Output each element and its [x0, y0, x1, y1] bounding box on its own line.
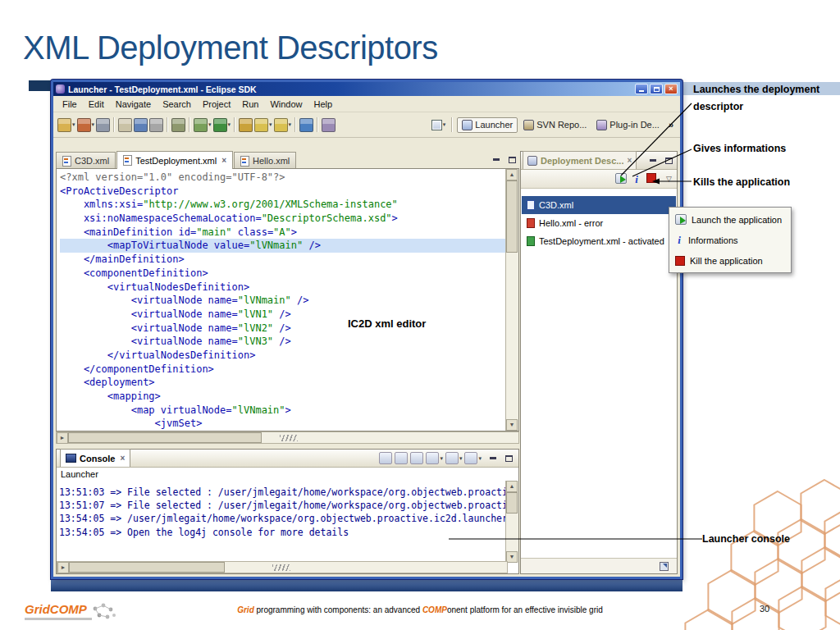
- perspective-svn-repo[interactable]: SVN Repo...: [519, 118, 591, 132]
- deployment-item-c3d-xml[interactable]: C3D.xml: [522, 196, 676, 214]
- console-line[interactable]: 13:54:05 => Open the log4j console for m…: [59, 526, 506, 539]
- tab-close-icon[interactable]: ×: [627, 156, 632, 165]
- scroll-up-icon[interactable]: ▲: [506, 481, 518, 492]
- perspective-plug-in-de[interactable]: Plug-in De...: [592, 118, 664, 132]
- view-menu-icon[interactable]: ▽: [666, 175, 672, 183]
- sash-grip[interactable]: [272, 564, 290, 571]
- minimize-view-button[interactable]: [646, 155, 659, 166]
- code-line[interactable]: <virtualNode name="lVNmain" />: [60, 294, 506, 308]
- editor-tab-c3d-xml[interactable]: C3D.xml: [56, 152, 116, 169]
- tab-deployment-descriptor[interactable]: Deployment Desc... ×: [523, 151, 637, 169]
- code-line[interactable]: <ProActiveDescriptor: [60, 185, 506, 199]
- launch-application-button[interactable]: [615, 173, 627, 185]
- window-titlebar[interactable]: Launcher - TestDeployment.xml - Eclipse …: [53, 82, 680, 96]
- maximize-button[interactable]: [650, 84, 663, 94]
- print-button[interactable]: [148, 116, 164, 134]
- scroll-down-icon[interactable]: ▼: [506, 551, 518, 563]
- pin-console-button[interactable]: [410, 452, 423, 464]
- code-line[interactable]: <virtualNode name="lVN1" />: [60, 308, 506, 322]
- context-menu-item-informations[interactable]: iInformations: [669, 230, 791, 250]
- code-line[interactable]: <mainDefinition id="main" class="A">: [60, 226, 506, 240]
- editor-horizontal-scrollbar[interactable]: ◄ ►: [56, 431, 519, 444]
- web-browser-button[interactable]: [299, 116, 314, 134]
- kill-application-button[interactable]: [646, 173, 656, 185]
- menu-navigate[interactable]: Navigate: [110, 98, 157, 111]
- run-button[interactable]: ▾: [212, 116, 232, 134]
- scroll-down-icon[interactable]: ▼: [506, 419, 518, 431]
- tab-close-icon[interactable]: ×: [120, 454, 125, 463]
- tab-console[interactable]: Console ×: [60, 449, 130, 467]
- editor-vertical-scrollbar[interactable]: ▲ ▼: [505, 169, 518, 431]
- code-line[interactable]: <deployment>: [60, 376, 506, 390]
- menu-run[interactable]: Run: [236, 98, 264, 111]
- console-output[interactable]: 13:51:03 => File selected : /user/jmlega…: [57, 481, 506, 566]
- console-horizontal-scrollbar[interactable]: ◄ ►: [57, 561, 508, 573]
- menu-window[interactable]: Window: [264, 98, 308, 111]
- open-console-button[interactable]: ▾: [445, 452, 463, 464]
- search-button[interactable]: [95, 116, 111, 134]
- back-button[interactable]: ▾: [253, 116, 273, 134]
- code-line[interactable]: <mapping>: [60, 390, 506, 404]
- code-line[interactable]: </componentDefinition>: [60, 363, 506, 377]
- menu-file[interactable]: File: [57, 98, 83, 111]
- scrollbar-thumb[interactable]: [69, 562, 225, 573]
- xml-editor[interactable]: <?xml version="1.0" encoding="UTF-8"?><P…: [56, 168, 519, 431]
- save-button[interactable]: [133, 116, 148, 134]
- build-all-button[interactable]: [171, 116, 186, 134]
- context-menu-item-kill-the-application[interactable]: Kill the application: [669, 250, 791, 271]
- open-resource-button[interactable]: [117, 116, 133, 134]
- scrollbar-thumb[interactable]: [68, 432, 262, 443]
- display-selected-console-button[interactable]: ▾: [426, 452, 443, 464]
- code-line[interactable]: <virtualNode name="lVN2" />: [60, 322, 506, 336]
- tab-close-icon[interactable]: ×: [221, 156, 226, 165]
- toolbar-overflow-chevron[interactable]: »: [665, 120, 677, 130]
- deployment-item-testdeployment-xml-activated[interactable]: TestDeployment.xml - activated: [522, 232, 676, 250]
- minimize-view-button[interactable]: [486, 453, 499, 463]
- new-console-view-button[interactable]: ▾: [464, 452, 482, 464]
- console-vertical-scrollbar[interactable]: ▲ ▼: [505, 481, 518, 563]
- scroll-lock-button[interactable]: [395, 452, 408, 464]
- run-external-tools-button[interactable]: ▾: [76, 116, 96, 134]
- editor-tab-hello-xml[interactable]: Hello.xml: [234, 152, 296, 169]
- informations-button[interactable]: i: [632, 174, 641, 185]
- scroll-up-icon[interactable]: ▲: [506, 169, 518, 180]
- code-line[interactable]: <virtualNodesDefinition>: [60, 281, 506, 294]
- code-line[interactable]: xsi:noNamespaceSchemaLocation="Descripto…: [60, 212, 506, 226]
- code-line[interactable]: <componentDefinition>: [60, 267, 506, 281]
- close-button[interactable]: ×: [664, 84, 678, 94]
- console-line[interactable]: 13:51:07 => File selected : /user/jmlega…: [59, 499, 506, 512]
- clear-console-button[interactable]: [379, 452, 392, 464]
- console-line[interactable]: 13:51:03 => File selected : /user/jmlega…: [59, 486, 506, 499]
- maximize-view-button[interactable]: [506, 154, 518, 165]
- menu-edit[interactable]: Edit: [83, 98, 110, 111]
- perspective-launcher[interactable]: Launcher: [457, 117, 518, 133]
- scroll-right-icon[interactable]: ►: [57, 562, 69, 573]
- show-view-button[interactable]: [321, 116, 336, 134]
- scrollbar-thumb[interactable]: [506, 180, 518, 253]
- minimize-view-button[interactable]: [490, 154, 502, 165]
- code-line[interactable]: xmlns:xsi="http://www.w3.org/2001/XMLSch…: [60, 198, 506, 212]
- new-wizard-button[interactable]: ▾: [57, 116, 76, 134]
- code-line[interactable]: <virtualNode name="lVN3" />: [60, 335, 506, 349]
- scrollbar-thumb[interactable]: [506, 492, 518, 514]
- fast-view-icon[interactable]: [660, 562, 669, 571]
- code-line[interactable]: </virtualNodesDefinition>: [60, 349, 506, 363]
- sash-grip[interactable]: [280, 435, 298, 441]
- menu-help[interactable]: Help: [308, 98, 339, 111]
- console-line[interactable]: 13:54:05 => /user/jmlegait/home/workspac…: [59, 512, 506, 525]
- debug-button[interactable]: ▾: [193, 116, 212, 134]
- context-menu-item-launch-the-application[interactable]: Launch the application: [669, 209, 791, 230]
- code-line[interactable]: </mainDefinition>: [60, 253, 506, 267]
- minimize-button[interactable]: [635, 84, 648, 94]
- code-line[interactable]: <mapToVirtualNode value="lVNmain" />: [60, 239, 506, 253]
- forward-button[interactable]: ▾: [273, 116, 293, 134]
- previous-edit-button[interactable]: [238, 116, 253, 134]
- menu-project[interactable]: Project: [197, 98, 236, 111]
- editor-tab-testdeployment-xml[interactable]: TestDeployment.xml×: [116, 151, 233, 169]
- maximize-view-button[interactable]: [503, 453, 515, 463]
- code-line[interactable]: <map virtualNode="lVNmain">: [60, 404, 506, 418]
- open-perspective-button[interactable]: ▾: [430, 118, 448, 132]
- deployment-item-hello-xml-error[interactable]: Hello.xml - error: [522, 214, 676, 232]
- code-line[interactable]: <?xml version="1.0" encoding="UTF-8"?>: [60, 171, 506, 185]
- menu-search[interactable]: Search: [157, 98, 197, 111]
